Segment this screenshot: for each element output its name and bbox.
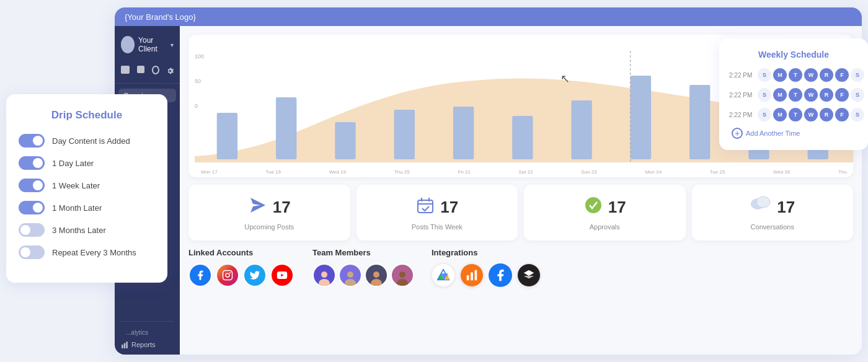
svg-point-28 (319, 279, 330, 286)
bell-icon[interactable] (152, 66, 159, 74)
svg-point-32 (371, 279, 382, 286)
drip-item-0: Day Content is Added (19, 134, 155, 148)
day-S-1[interactable]: S (758, 88, 771, 102)
drip-item-5: Repeat Every 3 Months (19, 245, 155, 259)
approval-check-icon (583, 195, 603, 219)
svg-rect-6 (394, 110, 415, 159)
facebook-account[interactable] (188, 263, 212, 287)
drip-label-2: 1 Week Later (52, 181, 100, 190)
sidebar-item-reports[interactable]: Reports (121, 341, 174, 348)
integrations-row (432, 263, 541, 287)
gdrive-icon[interactable] (432, 263, 455, 287)
dropdown-icon[interactable]: ▾ (170, 42, 174, 48)
drip-toggle-3[interactable] (19, 201, 45, 214)
day-W-0[interactable]: W (804, 68, 818, 82)
svg-rect-38 (471, 272, 473, 280)
linked-accounts-title: Linked Accounts (188, 248, 298, 257)
drip-toggle-1[interactable] (19, 156, 45, 170)
svg-point-22 (756, 196, 770, 208)
day-R-1[interactable]: R (820, 88, 833, 102)
day-F-0[interactable]: F (835, 68, 849, 82)
drip-toggle-0[interactable] (19, 134, 45, 148)
day-R-2[interactable]: R (820, 108, 833, 121)
svg-point-27 (321, 272, 327, 278)
sidebar-icons (115, 62, 180, 84)
drip-item-1: 1 Day Later (19, 156, 155, 170)
conversations-label: Conversations (751, 223, 794, 231)
conversations-number: 17 (777, 198, 795, 217)
add-another-time[interactable]: + Add Another Time (729, 128, 858, 139)
day-W-1[interactable]: W (804, 88, 818, 102)
drip-item-3: 1 Month Later (19, 201, 155, 214)
posts-week-number: 17 (440, 198, 458, 217)
svg-point-20 (585, 197, 601, 213)
sidebar-analytics[interactable]: ...alytics (121, 327, 174, 341)
brand-logo: {Your Brand's Logo} (125, 12, 196, 22)
twitter-account[interactable] (243, 263, 267, 287)
day-S2-2[interactable]: S (851, 108, 864, 121)
bottom-row: Linked Accounts (188, 248, 853, 287)
posts-week-label: Posts This Week (412, 223, 463, 231)
gear-icon[interactable] (167, 66, 174, 74)
time-label-0: 2:22 PM (729, 72, 754, 79)
svg-marker-41 (524, 276, 534, 279)
drip-toggle-2[interactable] (19, 179, 45, 192)
monitor-icon[interactable] (121, 66, 130, 74)
day-M-1[interactable]: M (773, 88, 787, 102)
day-W-2[interactable]: W (804, 108, 818, 121)
svg-rect-9 (571, 100, 591, 159)
chart-x-labels: Mon 17 Tue 19 Wed 19 Thu 25 Fri 21 Sat 2… (201, 169, 847, 175)
avatar (121, 36, 135, 53)
day-F-2[interactable]: F (835, 108, 849, 121)
integrations-title: Integrations (432, 248, 541, 257)
list-icon[interactable] (137, 66, 144, 73)
approvals-number: 17 (608, 198, 626, 217)
title-bar: {Your Brand's Logo} (115, 7, 862, 26)
analytics-icon[interactable] (460, 263, 484, 287)
drip-label-1: 1 Day Later (52, 159, 94, 168)
day-S2-1[interactable]: S (851, 88, 864, 102)
day-R-0[interactable]: R (820, 68, 833, 82)
integration-facebook-icon[interactable] (489, 263, 512, 287)
drip-label-0: Day Content is Added (52, 136, 130, 146)
reports-label: Reports (131, 341, 156, 348)
day-M-0[interactable]: M (773, 68, 787, 82)
calendar-check-icon (415, 195, 435, 219)
svg-point-24 (226, 273, 229, 277)
day-M-2[interactable]: M (773, 108, 787, 121)
svg-marker-15 (250, 198, 265, 213)
add-time-icon: + (732, 128, 743, 139)
svg-point-30 (345, 279, 356, 286)
svg-rect-1 (124, 343, 125, 348)
team-member-4 (391, 263, 414, 287)
weekly-schedule-card: Weekly Schedule 2:22 PM S M T W R F S 2:… (719, 38, 868, 150)
day-S2-0[interactable]: S (851, 68, 864, 82)
day-buttons-2: S M T W R F S (758, 108, 864, 121)
weekly-schedule-title: Weekly Schedule (729, 50, 858, 60)
day-T-1[interactable]: T (789, 88, 802, 102)
svg-rect-2 (126, 342, 127, 348)
drip-toggle-4[interactable] (19, 223, 45, 237)
day-S-2[interactable]: S (758, 108, 771, 121)
day-T-2[interactable]: T (789, 108, 802, 121)
sidebar-bottom: ...alytics Reports (115, 315, 180, 355)
team-members-section: Team Members (312, 248, 417, 287)
linked-accounts-section: Linked Accounts (188, 248, 298, 287)
day-S-0[interactable]: S (758, 68, 771, 82)
drip-label-3: 1 Month Later (52, 203, 102, 213)
svg-rect-39 (475, 270, 477, 281)
drip-schedule-card: Drip Schedule Day Content is Added 1 Day… (6, 94, 167, 283)
add-time-label: Add Another Time (746, 130, 800, 137)
day-T-0[interactable]: T (789, 68, 802, 82)
client-row: Your Client ▾ (115, 36, 180, 62)
schedule-row-2: 2:22 PM S M T W R F S (729, 108, 858, 121)
svg-point-29 (347, 272, 353, 278)
svg-rect-4 (276, 97, 296, 159)
time-label-1: 2:22 PM (729, 92, 754, 99)
youtube-account[interactable] (270, 263, 294, 287)
instagram-account[interactable] (216, 263, 239, 287)
buffer-icon[interactable] (517, 263, 541, 287)
drip-toggle-5[interactable] (19, 245, 45, 259)
day-F-1[interactable]: F (835, 88, 849, 102)
svg-rect-10 (631, 76, 651, 159)
